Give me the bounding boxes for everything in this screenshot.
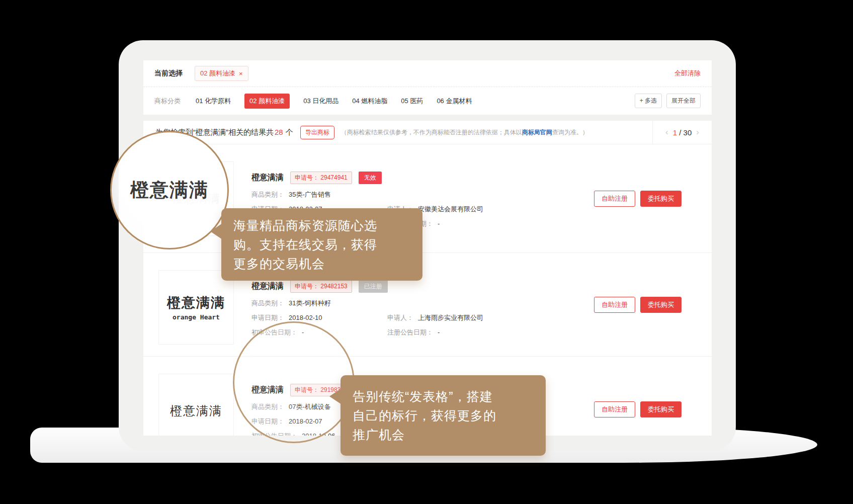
- field-value: 安徽美达会展有限公司: [418, 205, 483, 214]
- trademark-logo-text: 橙意满满: [167, 294, 225, 312]
- category-actions: + 多选 展开全部: [635, 94, 701, 108]
- results-summary: 为您检索到“橙意满满”相关的结果共28个: [155, 128, 293, 137]
- detail-field: 申请人：上海雨步实业有限公司: [387, 313, 483, 322]
- tooltip-line: 推广机会: [353, 425, 534, 444]
- field-value: 上海雨步实业有限公司: [418, 313, 483, 322]
- detail-field: 商品类别：35类-广告销售: [251, 190, 331, 199]
- tooltip-line: 更多的交易机会: [233, 254, 410, 273]
- tooltip-line: 告别传统“发表格”，搭建: [353, 387, 534, 406]
- self-register-button[interactable]: 自助注册: [594, 401, 635, 417]
- trademark-image: 橙意满满: [158, 374, 234, 436]
- page-indicator: 1 / 30: [673, 128, 692, 137]
- category-item[interactable]: 06 金属材料: [437, 97, 472, 106]
- detail-field: 注册公告日期：-: [387, 328, 440, 337]
- trademark-name: 橙意满满: [251, 385, 284, 395]
- field-label: 商品类别：: [251, 190, 284, 199]
- current-selection-label: 当前选择: [154, 69, 183, 78]
- export-trademarks-button[interactable]: 导出商标: [300, 126, 334, 139]
- category-item[interactable]: 03 日化用品: [303, 97, 338, 106]
- status-badge: 已注册: [359, 280, 388, 293]
- detail-line: 申请日期：2018-02-10申请人：上海雨步实业有限公司: [251, 310, 483, 325]
- self-register-button[interactable]: 自助注册: [594, 297, 635, 313]
- disclaimer-suffix: 查询为准。）: [552, 129, 588, 136]
- status-badge: 无效: [359, 172, 382, 184]
- current-page: 1: [673, 128, 677, 137]
- results-count-unit: 个: [286, 128, 293, 136]
- selected-filter-tag-label: 02 颜料油漆: [200, 69, 235, 78]
- field-label: 申请日期：: [251, 313, 284, 322]
- field-label: 商品类别：: [251, 299, 284, 308]
- detail-line: 商品类别：35类-广告销售: [251, 187, 483, 202]
- multi-select-button[interactable]: + 多选: [635, 94, 662, 108]
- trademark-name: 橙意满满: [251, 281, 284, 292]
- remove-tag-icon[interactable]: ×: [239, 70, 243, 77]
- total-pages: 30: [684, 128, 692, 137]
- filter-panel: 当前选择 02 颜料油漆 × 全部清除 商标分类 01 化学原料02 颜料油漆0…: [143, 60, 712, 115]
- trademark-logo-text: 橙意满满: [170, 403, 222, 419]
- category-item[interactable]: 04 燃料油脂: [352, 97, 387, 106]
- field-label: 初审公告日期：: [251, 432, 297, 436]
- tooltip-line: 自己的标行，获得更多的: [353, 406, 534, 425]
- tooltip-arrow-left-icon: [329, 388, 342, 404]
- summary-prefix: 为您检索到“橙意满满”相关的结果共: [155, 128, 274, 136]
- category-label: 商标分类: [154, 97, 181, 106]
- field-value: 35类-广告销售: [289, 190, 331, 199]
- clear-all-button[interactable]: 全部清除: [674, 69, 701, 78]
- field-value: -: [438, 220, 440, 227]
- category-item[interactable]: 05 医药: [401, 97, 423, 106]
- field-label: 初审公告日期：: [251, 328, 297, 337]
- trademark-name: 橙意满满: [251, 173, 284, 183]
- tooltip-marketplace: 海量精品商标资源随心选购。支持在线交易，获得更多的交易机会: [221, 208, 422, 281]
- selected-filter-tag[interactable]: 02 颜料油漆 ×: [195, 66, 248, 81]
- field-label: 商品类别：: [251, 402, 284, 411]
- trademark-title-line: 橙意满满 申请号： 29482153 已注册: [251, 280, 483, 292]
- field-label: 注册公告日期：: [387, 328, 433, 337]
- detail-lines: 商品类别：31类-饲料种籽申请日期：2018-02-10申请人：上海雨步实业有限…: [251, 296, 483, 340]
- row-actions: 自助注册 委托购买: [594, 297, 681, 313]
- category-item[interactable]: 02 颜料油漆: [244, 94, 290, 109]
- trademark-image: 橙意满满 orange Heart: [158, 270, 234, 345]
- next-page-icon[interactable]: ›: [696, 127, 699, 137]
- detail-lines: 商品类别：07类-机械设备申请日期：2018-02-07初审公告日期：2018-…: [251, 399, 352, 436]
- field-value: 2018-02-10: [289, 314, 322, 321]
- entrusted-purchase-button[interactable]: 委托购买: [640, 297, 681, 313]
- field-value: 2018-10-06: [302, 432, 335, 436]
- results-header: 为您检索到“橙意满满”相关的结果共28个 导出商标 （商标检索结果仅供参考，不作…: [143, 121, 712, 144]
- field-value: 2018-02-07: [289, 417, 322, 425]
- tooltip-line: 购。支持在线交易，获得: [233, 235, 410, 254]
- field-value: -: [438, 328, 440, 336]
- trademark-title-line: 橙意满满 申请号： 29474941 无效: [251, 172, 483, 184]
- field-value: -: [302, 328, 304, 336]
- category-item[interactable]: 01 化学原料: [196, 97, 231, 106]
- tooltip-promotion: 告别传统“发表格”，搭建自己的标行，获得更多的推广机会: [340, 375, 546, 456]
- application-number-tag: 申请号： 29482153: [290, 280, 352, 293]
- field-value: 07类-机械设备: [289, 402, 331, 411]
- application-number-tag: 申请号： 29474941: [290, 172, 352, 184]
- field-label: 申请人：: [387, 313, 413, 322]
- detail-field: 申请日期：2018-02-10: [251, 313, 387, 322]
- detail-field: 初审公告日期：-: [251, 328, 387, 337]
- detail-line: 申请日期：2018-02-07: [251, 414, 352, 429]
- current-selection-row: 当前选择 02 颜料油漆 × 全部清除: [143, 60, 712, 87]
- prev-page-icon[interactable]: ‹: [665, 127, 668, 137]
- pagination: ‹ 1 / 30 ›: [652, 121, 712, 144]
- expand-all-button[interactable]: 展开全部: [666, 94, 701, 108]
- page-separator: /: [679, 128, 681, 137]
- detail-field: 初审公告日期：2018-10-06: [251, 432, 335, 436]
- trademark-details: 橙意满满 申请号： 29482153 已注册 商品类别：31类-饲料种籽申请日期…: [251, 280, 483, 340]
- entrusted-purchase-button[interactable]: 委托购买: [640, 401, 681, 417]
- tooltip-arrow-left-icon: [210, 223, 222, 239]
- self-register-button[interactable]: 自助注册: [594, 191, 635, 207]
- trademark-logo-subtext: orange Heart: [173, 313, 220, 321]
- disclaimer-text: （商标检索结果仅供参考，不作为商标能否注册的法律依据；具体以商标局官网查询为准。…: [341, 128, 588, 137]
- tooltip-line: 海量精品商标资源随心选: [233, 216, 410, 235]
- trademark-office-link[interactable]: 商标局官网: [522, 129, 552, 136]
- field-value: 31类-饲料种籽: [289, 299, 331, 308]
- detail-line: 初审公告日期：-注册公告日期：-: [251, 325, 483, 340]
- entrusted-purchase-button[interactable]: 委托购买: [640, 191, 681, 207]
- row-actions: 自助注册 委托购买: [594, 401, 681, 417]
- detail-line: 商品类别：31类-饲料种籽: [251, 296, 483, 310]
- disclaimer-prefix: （商标检索结果仅供参考，不作为商标能否注册的法律依据；具体以: [341, 129, 522, 136]
- detail-field: 申请日期：2018-02-07: [251, 417, 322, 426]
- category-row: 商标分类 01 化学原料02 颜料油漆03 日化用品04 燃料油脂05 医药06…: [143, 87, 712, 115]
